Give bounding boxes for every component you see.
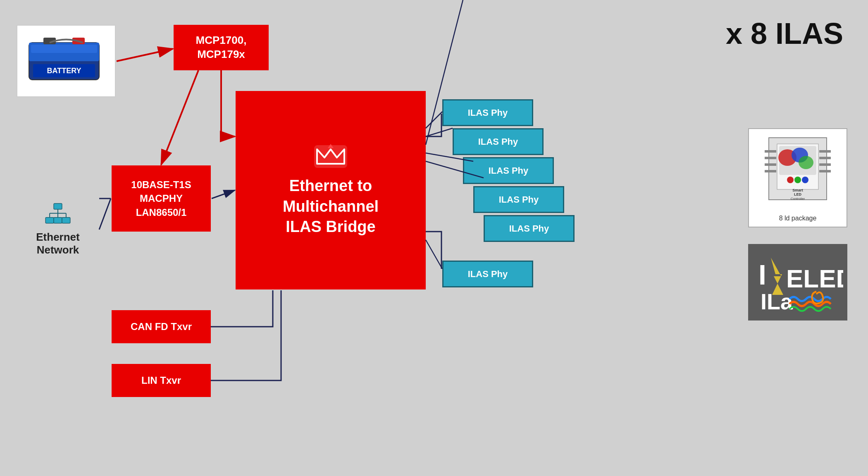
svg-line-49: [426, 112, 442, 128]
svg-rect-31: [765, 150, 776, 153]
ethernet-label: Ethernet Network: [17, 231, 99, 256]
svg-rect-10: [54, 203, 62, 209]
svg-text:ELED: ELED: [786, 264, 843, 293]
svg-rect-34: [765, 170, 776, 172]
bridge-box: Ethernet to Multichannel ILAS Bridge: [236, 91, 426, 289]
ilas-phy-4: ILAS Phy: [473, 186, 564, 213]
iseled-box: I ELED ILa: [748, 244, 847, 321]
lin-box: LIN Txvr: [112, 364, 211, 397]
led-package-label: 8 ld package: [779, 215, 817, 222]
svg-rect-36: [819, 157, 831, 159]
svg-line-48: [212, 190, 235, 199]
svg-rect-37: [819, 163, 831, 166]
svg-rect-17: [54, 218, 62, 223]
microchip-logo: [312, 143, 349, 172]
mcp-box: MCP1700,MCP179x: [174, 25, 269, 70]
page-title: x 8 ILAS: [726, 17, 843, 50]
svg-text:Controller: Controller: [791, 197, 805, 201]
network-icon: [43, 203, 72, 227]
battery-image: BATTERY: [17, 25, 116, 97]
led-controller-svg: Smart LED Controller: [756, 134, 839, 212]
mcp-label: MCP1700,MCP179x: [196, 33, 247, 62]
svg-text:LED: LED: [794, 192, 802, 196]
lin-label: LIN Txvr: [141, 375, 181, 386]
iseled-logo-svg: I ELED ILa: [752, 249, 843, 316]
ilas-phy-1: ILAS Phy: [442, 99, 533, 126]
svg-point-25: [787, 177, 794, 183]
macphy-label: 10BASE-T1SMACPHYLAN8650/1: [131, 178, 191, 220]
svg-rect-6: [31, 45, 97, 53]
svg-line-46: [99, 199, 111, 230]
svg-text:ILa: ILa: [761, 289, 793, 314]
svg-text:BATTERY: BATTERY: [47, 67, 81, 75]
svg-point-26: [794, 177, 801, 183]
svg-rect-16: [45, 218, 54, 223]
svg-line-50: [426, 128, 453, 136]
bridge-text: Ethernet to Multichannel ILAS Bridge: [283, 176, 379, 237]
svg-text:I: I: [758, 259, 766, 290]
ilas-phy-5: ILAS Phy: [484, 215, 575, 242]
svg-rect-32: [765, 157, 776, 159]
svg-point-27: [802, 177, 808, 183]
svg-rect-38: [819, 170, 831, 172]
svg-line-45: [161, 70, 198, 165]
can-box: CAN FD Txvr: [112, 310, 211, 343]
svg-point-24: [799, 156, 813, 169]
ilas-phy-2: ILAS Phy: [453, 128, 544, 155]
svg-line-44: [117, 49, 173, 61]
ethernet-network-box: Ethernet Network: [17, 203, 99, 256]
svg-rect-35: [819, 150, 831, 153]
svg-rect-33: [765, 163, 776, 166]
ilas-phy-6: ILAS Phy: [442, 261, 533, 287]
led-controller-box: Smart LED Controller 8 ld package: [748, 128, 847, 227]
svg-line-54: [426, 240, 442, 269]
ilas-phy-3: ILAS Phy: [463, 157, 554, 184]
macphy-box: 10BASE-T1SMACPHYLAN8650/1: [112, 165, 211, 232]
can-label: CAN FD Txvr: [131, 321, 192, 332]
svg-text:Smart: Smart: [792, 188, 803, 192]
connections-overlay: [0, 0, 868, 476]
svg-rect-18: [62, 218, 70, 223]
